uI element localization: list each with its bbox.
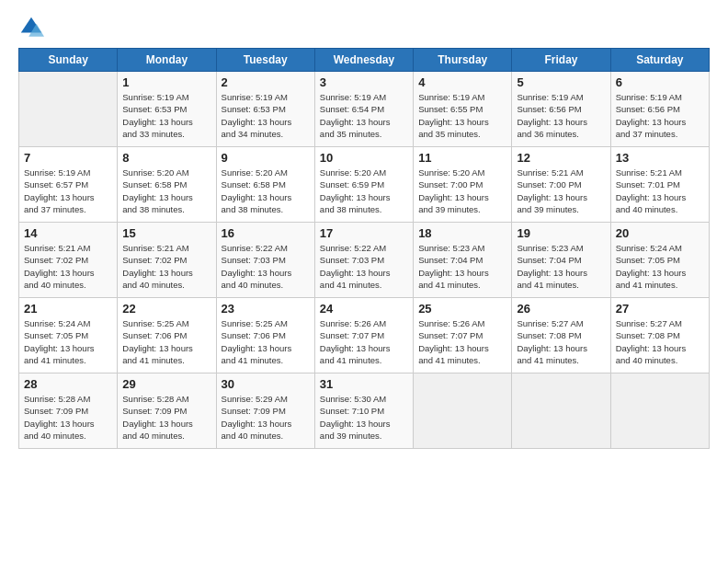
calendar-cell: 9Sunrise: 5:20 AM Sunset: 6:58 PM Daylig…: [216, 147, 314, 223]
day-info: Sunrise: 5:27 AM Sunset: 7:08 PM Dayligh…: [517, 317, 605, 366]
weekday-header-thursday: Thursday: [414, 49, 512, 72]
day-info: Sunrise: 5:20 AM Sunset: 6:58 PM Dayligh…: [222, 167, 310, 215]
day-number: 4: [418, 75, 506, 89]
weekday-header-wednesday: Wednesday: [314, 49, 413, 72]
calendar-cell: 2Sunrise: 5:19 AM Sunset: 6:53 PM Daylig…: [216, 72, 314, 147]
day-info: Sunrise: 5:24 AM Sunset: 7:05 PM Dayligh…: [24, 317, 112, 366]
calendar-cell: 25Sunrise: 5:26 AM Sunset: 7:07 PM Dayli…: [414, 298, 512, 373]
day-info: Sunrise: 5:21 AM Sunset: 7:02 PM Dayligh…: [122, 242, 210, 291]
day-info: Sunrise: 5:21 AM Sunset: 7:00 PM Dayligh…: [517, 167, 605, 215]
day-info: Sunrise: 5:22 AM Sunset: 7:03 PM Dayligh…: [222, 242, 310, 291]
day-number: 28: [24, 377, 112, 391]
day-info: Sunrise: 5:21 AM Sunset: 7:02 PM Dayligh…: [24, 242, 112, 291]
calendar-cell: 14Sunrise: 5:21 AM Sunset: 7:02 PM Dayli…: [19, 223, 118, 298]
weekday-header-monday: Monday: [118, 49, 216, 72]
calendar-cell: 1Sunrise: 5:19 AM Sunset: 6:53 PM Daylig…: [118, 72, 216, 147]
calendar-week-1: 1Sunrise: 5:19 AM Sunset: 6:53 PM Daylig…: [19, 72, 710, 147]
calendar-table: SundayMondayTuesdayWednesdayThursdayFrid…: [18, 48, 710, 449]
day-number: 21: [24, 302, 112, 316]
day-number: 12: [517, 151, 605, 165]
calendar-cell: 19Sunrise: 5:23 AM Sunset: 7:04 PM Dayli…: [512, 223, 610, 298]
calendar-header: SundayMondayTuesdayWednesdayThursdayFrid…: [19, 49, 710, 72]
day-number: 5: [517, 75, 605, 89]
calendar-cell: 26Sunrise: 5:27 AM Sunset: 7:08 PM Dayli…: [512, 298, 610, 373]
day-number: 30: [222, 377, 310, 391]
day-number: 26: [517, 302, 605, 316]
weekday-header-friday: Friday: [512, 49, 610, 72]
day-number: 29: [122, 377, 210, 391]
day-info: Sunrise: 5:24 AM Sunset: 7:05 PM Dayligh…: [616, 242, 704, 291]
day-number: 14: [24, 226, 112, 240]
calendar-cell: 5Sunrise: 5:19 AM Sunset: 6:56 PM Daylig…: [512, 72, 610, 147]
day-number: 27: [616, 302, 704, 316]
day-number: 24: [320, 302, 408, 316]
day-number: 17: [320, 226, 408, 240]
day-number: 16: [222, 226, 310, 240]
calendar-week-3: 14Sunrise: 5:21 AM Sunset: 7:02 PM Dayli…: [19, 223, 710, 298]
calendar-cell: 11Sunrise: 5:20 AM Sunset: 7:00 PM Dayli…: [414, 147, 512, 223]
calendar-cell: [19, 72, 118, 147]
day-info: Sunrise: 5:19 AM Sunset: 6:56 PM Dayligh…: [616, 91, 704, 140]
calendar-cell: 18Sunrise: 5:23 AM Sunset: 7:04 PM Dayli…: [414, 223, 512, 298]
calendar-week-5: 28Sunrise: 5:28 AM Sunset: 7:09 PM Dayli…: [19, 373, 710, 449]
day-info: Sunrise: 5:20 AM Sunset: 6:58 PM Dayligh…: [122, 167, 210, 215]
day-info: Sunrise: 5:23 AM Sunset: 7:04 PM Dayligh…: [517, 242, 605, 291]
day-info: Sunrise: 5:19 AM Sunset: 6:55 PM Dayligh…: [418, 91, 506, 140]
day-info: Sunrise: 5:20 AM Sunset: 6:59 PM Dayligh…: [320, 167, 408, 215]
calendar-cell: 27Sunrise: 5:27 AM Sunset: 7:08 PM Dayli…: [610, 298, 709, 373]
calendar-cell: 4Sunrise: 5:19 AM Sunset: 6:55 PM Daylig…: [414, 72, 512, 147]
day-info: Sunrise: 5:23 AM Sunset: 7:04 PM Dayligh…: [418, 242, 506, 291]
calendar-week-4: 21Sunrise: 5:24 AM Sunset: 7:05 PM Dayli…: [19, 298, 710, 373]
calendar-cell: 7Sunrise: 5:19 AM Sunset: 6:57 PM Daylig…: [19, 147, 118, 223]
calendar-cell: [414, 373, 512, 449]
day-number: 7: [24, 151, 112, 165]
weekday-header-saturday: Saturday: [610, 49, 709, 72]
day-number: 31: [320, 377, 408, 391]
day-info: Sunrise: 5:19 AM Sunset: 6:56 PM Dayligh…: [517, 91, 605, 140]
day-info: Sunrise: 5:25 AM Sunset: 7:06 PM Dayligh…: [222, 317, 310, 366]
day-number: 13: [616, 151, 704, 165]
day-number: 9: [222, 151, 310, 165]
calendar-cell: 3Sunrise: 5:19 AM Sunset: 6:54 PM Daylig…: [314, 72, 413, 147]
calendar-cell: 20Sunrise: 5:24 AM Sunset: 7:05 PM Dayli…: [610, 223, 709, 298]
calendar-cell: 10Sunrise: 5:20 AM Sunset: 6:59 PM Dayli…: [314, 147, 413, 223]
day-number: 15: [122, 226, 210, 240]
calendar-cell: [512, 373, 610, 449]
calendar-body: 1Sunrise: 5:19 AM Sunset: 6:53 PM Daylig…: [19, 72, 710, 449]
day-info: Sunrise: 5:19 AM Sunset: 6:53 PM Dayligh…: [122, 91, 210, 140]
calendar-cell: 21Sunrise: 5:24 AM Sunset: 7:05 PM Dayli…: [19, 298, 118, 373]
day-info: Sunrise: 5:28 AM Sunset: 7:09 PM Dayligh…: [24, 393, 112, 442]
day-number: 23: [222, 302, 310, 316]
calendar-cell: 6Sunrise: 5:19 AM Sunset: 6:56 PM Daylig…: [610, 72, 709, 147]
calendar-cell: 15Sunrise: 5:21 AM Sunset: 7:02 PM Dayli…: [118, 223, 216, 298]
calendar-cell: 29Sunrise: 5:28 AM Sunset: 7:09 PM Dayli…: [118, 373, 216, 449]
day-number: 10: [320, 151, 408, 165]
day-info: Sunrise: 5:27 AM Sunset: 7:08 PM Dayligh…: [616, 317, 704, 366]
weekday-row: SundayMondayTuesdayWednesdayThursdayFrid…: [19, 49, 710, 72]
day-number: 18: [418, 226, 506, 240]
day-info: Sunrise: 5:20 AM Sunset: 7:00 PM Dayligh…: [418, 167, 506, 215]
calendar-cell: 23Sunrise: 5:25 AM Sunset: 7:06 PM Dayli…: [216, 298, 314, 373]
calendar-cell: 30Sunrise: 5:29 AM Sunset: 7:09 PM Dayli…: [216, 373, 314, 449]
day-info: Sunrise: 5:19 AM Sunset: 6:53 PM Dayligh…: [222, 91, 310, 140]
calendar-cell: 22Sunrise: 5:25 AM Sunset: 7:06 PM Dayli…: [118, 298, 216, 373]
weekday-header-tuesday: Tuesday: [216, 49, 314, 72]
day-info: Sunrise: 5:25 AM Sunset: 7:06 PM Dayligh…: [122, 317, 210, 366]
calendar-cell: 17Sunrise: 5:22 AM Sunset: 7:03 PM Dayli…: [314, 223, 413, 298]
day-info: Sunrise: 5:22 AM Sunset: 7:03 PM Dayligh…: [320, 242, 408, 291]
day-number: 8: [122, 151, 210, 165]
day-number: 20: [616, 226, 704, 240]
day-number: 11: [418, 151, 506, 165]
day-info: Sunrise: 5:26 AM Sunset: 7:07 PM Dayligh…: [320, 317, 408, 366]
weekday-header-sunday: Sunday: [19, 49, 118, 72]
calendar-cell: 28Sunrise: 5:28 AM Sunset: 7:09 PM Dayli…: [19, 373, 118, 449]
calendar-cell: 31Sunrise: 5:30 AM Sunset: 7:10 PM Dayli…: [314, 373, 413, 449]
day-info: Sunrise: 5:29 AM Sunset: 7:09 PM Dayligh…: [222, 393, 310, 442]
logo: [18, 15, 48, 40]
day-info: Sunrise: 5:19 AM Sunset: 6:54 PM Dayligh…: [320, 91, 408, 140]
day-number: 22: [122, 302, 210, 316]
day-info: Sunrise: 5:28 AM Sunset: 7:09 PM Dayligh…: [122, 393, 210, 442]
day-number: 19: [517, 226, 605, 240]
calendar-cell: [610, 373, 709, 449]
day-info: Sunrise: 5:21 AM Sunset: 7:01 PM Dayligh…: [616, 167, 704, 215]
